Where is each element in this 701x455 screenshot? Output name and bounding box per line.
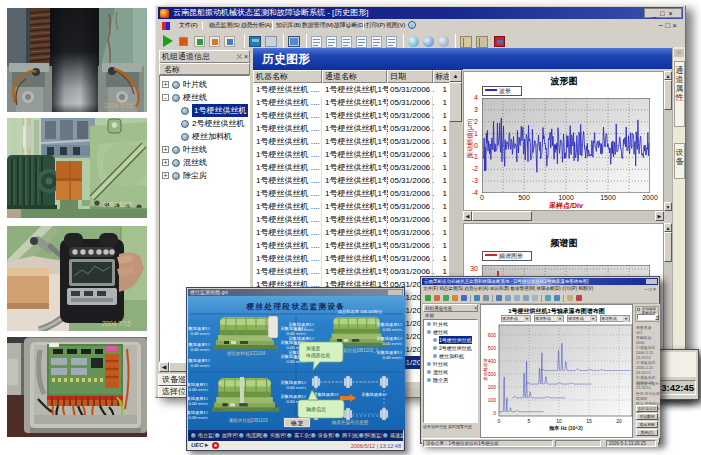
svg-text:0.00 mm/s: 0.00 mm/s <box>286 385 306 390</box>
svg-text:0.00 mm/s: 0.00 mm/s <box>190 363 210 368</box>
svg-text:0.00 mm/s: 0.00 mm/s <box>190 331 210 336</box>
svg-text:0.00 mm/s: 0.00 mm/s <box>382 355 402 360</box>
svg-text:0.00 mm/s: 0.00 mm/s <box>188 387 208 392</box>
svg-text:0.00 mm/s: 0.00 mm/s <box>294 327 314 332</box>
svg-text:0.00 mm/s: 0.00 mm/s <box>188 415 208 420</box>
svg-text:采集轴承座2#: 采集轴承座2# <box>313 392 339 397</box>
svg-text:梗丝处理段状态监测设备: 梗丝处理段状态监测设备 <box>246 302 346 311</box>
svg-text:2004 5/15: 2004 5/15 <box>104 102 133 109</box>
svg-text:轴承信息: 轴承信息 <box>306 406 326 413</box>
svg-text:0.00 mm/s: 0.00 mm/s <box>190 347 210 352</box>
svg-text:烘丝机速度 346.00转/分: 烘丝机速度 346.00转/分 <box>337 309 383 314</box>
svg-text:加速度: 加速度 <box>306 345 321 352</box>
svg-text:2004 5/18: 2004 5/18 <box>103 201 132 208</box>
svg-text:0.00 mm/s: 0.00 mm/s <box>382 341 402 346</box>
svg-text:确 定: 确 定 <box>291 420 304 427</box>
svg-text:薄板供丝机DB1103: 薄板供丝机DB1103 <box>228 418 268 423</box>
svg-text:0.00 mm/s: 0.00 mm/s <box>188 401 208 406</box>
svg-text:2004 7/15: 2004 7/15 <box>102 320 131 327</box>
svg-text:0.00 mm/s: 0.00 mm/s <box>382 327 402 332</box>
svg-text:采集轴承座4#: 采集轴承座4# <box>361 392 387 397</box>
